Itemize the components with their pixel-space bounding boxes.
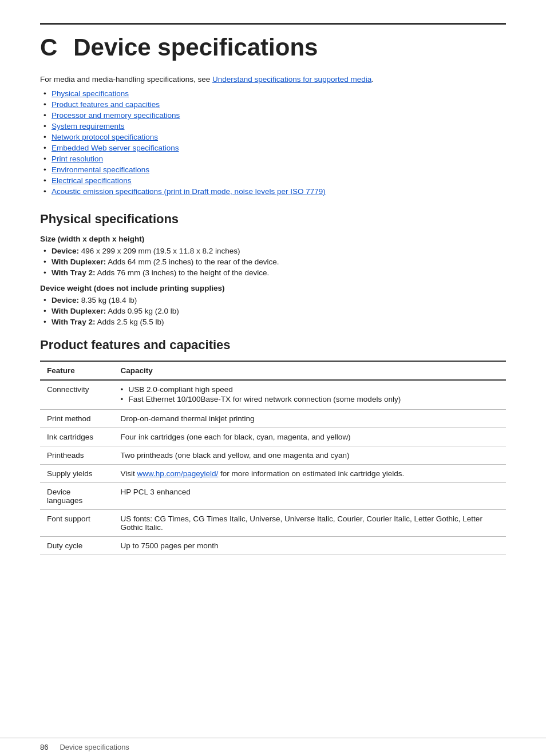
- table-cell-bullet: USB 2.0-compliant high speed: [120, 385, 499, 394]
- toc-link[interactable]: Electrical specifications: [52, 176, 132, 185]
- table-row: ConnectivityUSB 2.0-compliant high speed…: [40, 380, 506, 410]
- weight-item: Device: 8.35 kg (18.4 lb): [52, 296, 506, 304]
- table-row: Duty cycleUp to 7500 pages per month: [40, 537, 506, 555]
- page-footer: 86 Device specifications: [0, 738, 546, 756]
- footer-section-name: Device specifications: [60, 743, 129, 751]
- weight-list: Device: 8.35 kg (18.4 lb)With Duplexer: …: [52, 296, 506, 326]
- product-features-table: Feature Capacity ConnectivityUSB 2.0-com…: [40, 361, 506, 555]
- intro-paragraph: For media and media-handling specificati…: [40, 75, 506, 84]
- toc-link[interactable]: Product features and capacities: [52, 100, 160, 109]
- weight-item: With Duplexer: Adds 0.95 kg (2.0 lb): [52, 307, 506, 315]
- table-cell-capacity: US fonts: CG Times, CG Times Italic, Uni…: [113, 510, 506, 537]
- table-col-capacity: Capacity: [113, 361, 506, 380]
- weight-label: Device weight (does not include printing…: [40, 284, 506, 292]
- toc-link[interactable]: Physical specifications: [52, 89, 129, 98]
- supply-yields-link[interactable]: www.hp.com/pageyield/: [137, 469, 218, 478]
- chapter-label: C: [40, 34, 57, 61]
- size-item-bold: With Tray 2:: [52, 268, 95, 277]
- table-row: Supply yieldsVisit www.hp.com/pageyield/…: [40, 465, 506, 483]
- table-cell-capacity: Up to 7500 pages per month: [113, 537, 506, 555]
- toc-link[interactable]: Environmental specifications: [52, 165, 149, 174]
- table-col-feature: Feature: [40, 361, 113, 380]
- toc-item: Print resolution: [52, 155, 506, 163]
- table-row: Ink cartridgesFour ink cartridges (one e…: [40, 428, 506, 446]
- table-cell-feature: Print method: [40, 410, 113, 428]
- size-item: With Duplexer: Adds 64 mm (2.5 inches) t…: [52, 258, 506, 266]
- table-cell-feature: Printheads: [40, 446, 113, 465]
- toc-link[interactable]: Embedded Web server specifications: [52, 144, 179, 152]
- table-cell-bullet: Fast Ethernet 10/100Base-TX for wired ne…: [120, 395, 499, 403]
- size-item: With Tray 2: Adds 76 mm (3 inches) to th…: [52, 268, 506, 277]
- table-cell-feature: Font support: [40, 510, 113, 537]
- table-cell-feature: Ink cartridges: [40, 428, 113, 446]
- table-cell-feature: Supply yields: [40, 465, 113, 483]
- intro-text-before: For media and media-handling specificati…: [40, 75, 212, 84]
- table-row: Print methodDrop-on-demand thermal inkje…: [40, 410, 506, 428]
- physical-section: Physical specifications Size (width x de…: [40, 212, 506, 326]
- table-row: Device languagesHP PCL 3 enhanced: [40, 483, 506, 510]
- table-cell-capacity: HP PCL 3 enhanced: [113, 483, 506, 510]
- weight-item: With Tray 2: Adds 2.5 kg (5.5 lb): [52, 318, 506, 326]
- table-cell-feature: Device languages: [40, 483, 113, 510]
- table-cell-feature: Connectivity: [40, 380, 113, 410]
- toc-item: Electrical specifications: [52, 176, 506, 185]
- toc-item: Product features and capacities: [52, 100, 506, 109]
- product-features-section: Product features and capacities Feature …: [40, 338, 506, 555]
- toc-item: Network protocol specifications: [52, 133, 506, 141]
- toc-link[interactable]: Network protocol specifications: [52, 133, 158, 141]
- size-list: Device: 496 x 299 x 209 mm (19.5 x 11.8 …: [52, 247, 506, 277]
- weight-item-bold: With Tray 2:: [52, 318, 95, 326]
- physical-section-title: Physical specifications: [40, 212, 506, 227]
- table-cell-capacity: USB 2.0-compliant high speedFast Etherne…: [113, 380, 506, 410]
- page-header: C Device specifications: [40, 23, 506, 61]
- table-row: PrintheadsTwo printheads (one black and …: [40, 446, 506, 465]
- table-cell-capacity: Visit www.hp.com/pageyield/ for more inf…: [113, 465, 506, 483]
- toc-link[interactable]: Acoustic emission specifications (print …: [52, 187, 326, 196]
- toc-item: Environmental specifications: [52, 165, 506, 174]
- toc-link[interactable]: Processor and memory specifications: [52, 111, 180, 120]
- toc-item: Processor and memory specifications: [52, 111, 506, 120]
- footer-page-number: 86: [40, 743, 48, 751]
- table-cell-feature: Duty cycle: [40, 537, 113, 555]
- product-features-title: Product features and capacities: [40, 338, 506, 353]
- size-item-bold: With Duplexer:: [52, 258, 106, 266]
- weight-item-bold: Device:: [52, 296, 79, 304]
- toc-link[interactable]: Print resolution: [52, 155, 103, 163]
- table-cell-capacity: Four ink cartridges (one each for black,…: [113, 428, 506, 446]
- toc-item: Embedded Web server specifications: [52, 144, 506, 152]
- toc-item: System requirements: [52, 122, 506, 130]
- size-item: Device: 496 x 299 x 209 mm (19.5 x 11.8 …: [52, 247, 506, 255]
- toc-item: Physical specifications: [52, 89, 506, 98]
- intro-link[interactable]: Understand specifications for supported …: [212, 75, 371, 84]
- weight-item-bold: With Duplexer:: [52, 307, 106, 315]
- table-row: Font supportUS fonts: CG Times, CG Times…: [40, 510, 506, 537]
- size-item-bold: Device:: [52, 247, 79, 255]
- toc-link[interactable]: System requirements: [52, 122, 125, 130]
- size-label: Size (width x depth x height): [40, 235, 506, 243]
- toc-item: Acoustic emission specifications (print …: [52, 187, 506, 196]
- chapter-title: Device specifications: [73, 34, 318, 61]
- toc-list: Physical specificationsProduct features …: [52, 89, 506, 196]
- table-cell-capacity: Drop-on-demand thermal inkjet printing: [113, 410, 506, 428]
- table-cell-capacity: Two printheads (one black and yellow, an…: [113, 446, 506, 465]
